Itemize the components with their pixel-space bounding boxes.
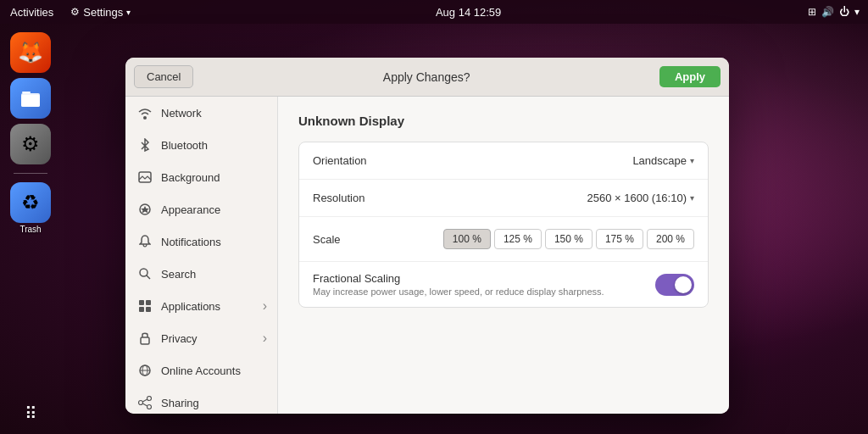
topbar: Activities ⚙ Settings ▾ Aug 14 12:59 ⊞ 🔊…	[0, 0, 868, 24]
system-menu-arrow[interactable]: ▾	[854, 6, 860, 18]
orientation-dropdown-arrow: ▾	[690, 156, 694, 165]
bluetooth-icon	[137, 137, 153, 153]
app-grid-icon: ⠿	[25, 403, 37, 424]
sharing-icon	[137, 395, 153, 410]
apply-button[interactable]: Apply	[659, 66, 721, 87]
sidebar-item-applications[interactable]: Applications	[125, 290, 277, 322]
dock-separator	[14, 173, 47, 174]
scale-175-button[interactable]: 175 %	[596, 229, 643, 249]
content-area: Network Bluetooth Background	[125, 97, 729, 414]
power-icon[interactable]: ⏻	[839, 6, 849, 18]
dock-item-settings[interactable]: ⚙	[8, 124, 53, 164]
fractional-scaling-toggle[interactable]	[655, 274, 694, 296]
dock: 🦊 ⚙ ♻ Trash ⠿	[0, 24, 61, 434]
svg-line-19	[142, 399, 147, 402]
svg-rect-2	[21, 95, 40, 107]
scale-label: Scale	[313, 233, 443, 246]
datetime-label: Aug 14 12:59	[436, 6, 501, 19]
sidebar-label-sharing: Sharing	[161, 397, 199, 409]
resolution-label: Resolution	[313, 192, 587, 204]
sidebar-label-notifications: Notifications	[161, 236, 221, 248]
appearance-icon	[137, 202, 153, 217]
main-content: Unknown Display Orientation Landscape ▾ …	[278, 97, 729, 414]
scale-150-button[interactable]: 150 %	[545, 229, 593, 249]
fractional-scaling-row: Fractional Scaling May increase power us…	[299, 262, 708, 307]
sidebar-label-applications: Applications	[161, 300, 220, 313]
sidebar-label-background: Background	[161, 171, 220, 184]
network-icon[interactable]: ⊞	[808, 6, 816, 18]
resolution-value[interactable]: 2560 × 1600 (16:10) ▾	[587, 192, 694, 204]
dock-grid-button[interactable]: ⠿	[0, 403, 61, 424]
sidebar: Network Bluetooth Background	[125, 97, 278, 414]
settings-panel: Orientation Landscape ▾ Resolution 2560 …	[298, 142, 709, 308]
scale-125-button[interactable]: 125 %	[494, 229, 542, 249]
sidebar-label-online-accounts: Online Accounts	[161, 364, 241, 377]
settings-label: Settings	[83, 6, 123, 19]
settings-icon: ⚙	[10, 124, 51, 164]
files-icon	[10, 78, 51, 119]
sidebar-item-network[interactable]: Network	[125, 97, 277, 129]
svg-line-7	[147, 275, 151, 280]
sidebar-label-privacy: Privacy	[161, 332, 198, 345]
sidebar-label-appearance: Appearance	[161, 203, 220, 216]
dock-item-firefox[interactable]: 🦊	[8, 32, 53, 73]
svg-rect-10	[139, 307, 144, 312]
dock-item-files[interactable]	[8, 78, 53, 119]
svg-point-17	[147, 405, 152, 409]
orientation-value[interactable]: Landscape ▾	[632, 154, 694, 167]
activities-label: Activities	[10, 6, 53, 19]
svg-rect-9	[146, 300, 151, 305]
sidebar-item-notifications[interactable]: Notifications	[125, 225, 277, 258]
topbar-datetime: Aug 14 12:59	[137, 6, 799, 19]
svg-rect-12	[141, 337, 149, 344]
sidebar-item-search[interactable]: Search	[125, 258, 277, 290]
svg-rect-0	[22, 92, 31, 93]
orientation-label: Orientation	[313, 154, 632, 167]
sidebar-item-appearance[interactable]: Appearance	[125, 193, 277, 225]
sidebar-item-background[interactable]: Background	[125, 161, 277, 193]
online-accounts-icon	[137, 363, 153, 378]
fractional-desc: May increase power usage, lower speed, o…	[313, 287, 604, 297]
settings-menu[interactable]: ⚙ Settings ▾	[64, 6, 137, 19]
svg-rect-11	[146, 307, 151, 312]
orientation-current: Landscape	[632, 154, 687, 167]
sidebar-item-privacy[interactable]: Privacy	[125, 322, 277, 354]
sidebar-label-network: Network	[161, 107, 202, 120]
svg-line-20	[142, 403, 147, 406]
scale-options: 100 % 125 % 150 % 175 % 200 %	[443, 229, 694, 249]
system-tray: ⊞ 🔊 ⏻ ▾	[808, 6, 860, 18]
svg-point-3	[143, 116, 147, 120]
cancel-button[interactable]: Cancel	[134, 65, 193, 88]
fractional-header: Fractional Scaling May increase power us…	[313, 272, 694, 297]
scale-row: Scale 100 % 125 % 150 % 175 % 200 %	[299, 217, 708, 262]
scale-200-button[interactable]: 200 %	[647, 229, 694, 249]
sidebar-item-online-accounts[interactable]: Online Accounts	[125, 354, 277, 387]
sidebar-item-sharing[interactable]: Sharing	[125, 387, 277, 414]
sidebar-label-search: Search	[161, 268, 196, 281]
svg-point-16	[147, 397, 152, 401]
trash-icon: ♻	[10, 182, 51, 223]
svg-point-18	[139, 401, 143, 405]
activities-button[interactable]: Activities	[0, 0, 64, 24]
trash-label: Trash	[19, 225, 41, 234]
header-bar: Cancel Apply Changes? Apply	[125, 58, 729, 97]
settings-window: Cancel Apply Changes? Apply Network Blue…	[125, 58, 729, 414]
topbar-right-area: ⊞ 🔊 ⏻ ▾	[799, 6, 868, 18]
privacy-icon	[137, 331, 153, 346]
scale-100-button[interactable]: 100 %	[443, 229, 491, 249]
svg-rect-4	[139, 172, 151, 182]
notifications-icon	[137, 234, 153, 249]
firefox-icon: 🦊	[10, 32, 51, 73]
dock-item-trash[interactable]: ♻ Trash	[8, 182, 53, 234]
resolution-current: 2560 × 1600 (16:10)	[587, 192, 687, 204]
svg-rect-8	[139, 300, 144, 305]
display-title: Unknown Display	[298, 114, 709, 128]
sidebar-label-bluetooth: Bluetooth	[161, 139, 208, 152]
sidebar-item-bluetooth[interactable]: Bluetooth	[125, 129, 277, 161]
chevron-down-icon: ▾	[126, 8, 131, 17]
resolution-row: Resolution 2560 × 1600 (16:10) ▾	[299, 180, 708, 217]
applications-icon	[137, 298, 153, 314]
audio-icon[interactable]: 🔊	[821, 6, 834, 18]
window-title: Apply Changes?	[193, 70, 659, 84]
resolution-dropdown-arrow: ▾	[690, 193, 694, 203]
